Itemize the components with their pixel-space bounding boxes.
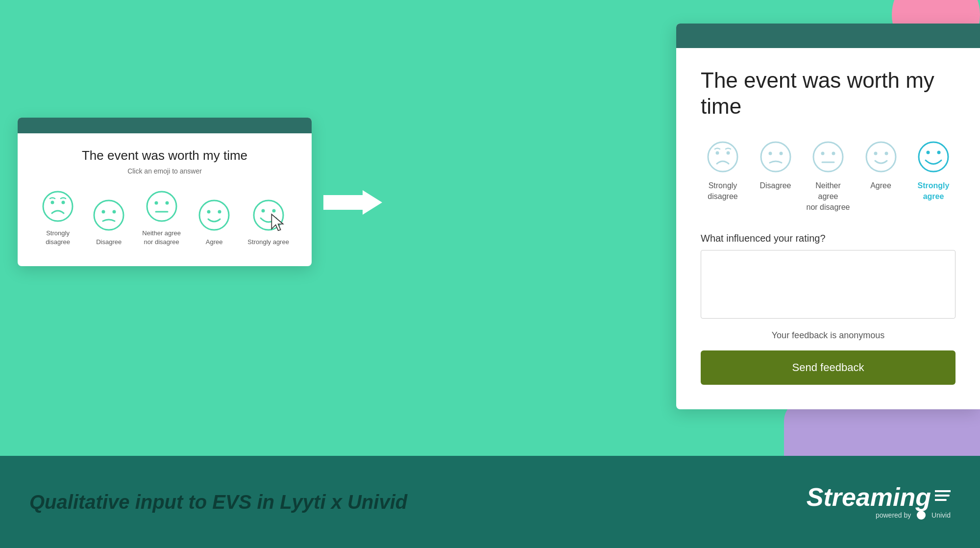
svg-point-7 xyxy=(154,201,158,205)
small-emoji-label-strongly-agree: Strongly agree xyxy=(247,238,289,247)
svg-point-27 xyxy=(874,151,877,155)
svg-point-17 xyxy=(708,142,737,172)
svg-point-5 xyxy=(113,210,116,214)
disagree-face-small xyxy=(91,198,126,233)
univid-logo xyxy=(917,511,926,520)
small-emoji-strongly-agree[interactable]: Strongly agree xyxy=(247,198,289,247)
send-feedback-button[interactable]: Send feedback xyxy=(701,350,956,385)
small-emoji-label-disagree: Disagree xyxy=(96,238,122,247)
powered-by-label: powered by Univid xyxy=(876,511,951,520)
cursor-icon xyxy=(270,212,290,236)
svg-point-31 xyxy=(937,150,941,154)
big-card-body: The event was worth my time Stronglydisa… xyxy=(676,48,980,409)
big-strongly-agree-face xyxy=(916,139,951,174)
svg-point-10 xyxy=(207,210,211,214)
svg-point-13 xyxy=(261,209,265,213)
big-emoji-row: Stronglydisagree Disagree xyxy=(701,139,956,213)
small-emoji-disagree[interactable]: Disagree xyxy=(91,198,126,247)
svg-point-0 xyxy=(43,192,73,221)
svg-point-9 xyxy=(199,200,229,230)
small-emoji-neutral[interactable]: Neither agreenor disagree xyxy=(142,189,181,247)
big-survey-card: The event was worth my time Stronglydisa… xyxy=(676,24,980,409)
big-emoji-disagree[interactable]: Disagree xyxy=(754,139,798,191)
big-emoji-label-strongly-agree: Stronglyagree xyxy=(918,180,950,202)
svg-point-2 xyxy=(62,201,65,204)
small-card-title: The event was worth my time xyxy=(27,148,302,163)
svg-marker-15 xyxy=(272,214,283,230)
arrow-indicator xyxy=(323,181,382,226)
neutral-face-small xyxy=(144,189,179,224)
svg-point-29 xyxy=(919,142,948,172)
big-emoji-agree[interactable]: Agree xyxy=(859,139,903,191)
big-emoji-strongly-agree[interactable]: Stronglyagree xyxy=(911,139,956,202)
small-emoji-label-neutral: Neither agreenor disagree xyxy=(142,229,181,247)
svg-point-19 xyxy=(727,151,730,154)
univid-label: Univid xyxy=(931,511,951,519)
small-card-body: The event was worth my time Click an emo… xyxy=(18,133,312,266)
rating-question-label: What influenced your rating? xyxy=(701,233,956,244)
agree-face-small xyxy=(196,198,232,233)
strongly-disagree-face-small xyxy=(40,189,75,224)
big-disagree-face xyxy=(758,139,793,174)
small-emoji-label-agree: Agree xyxy=(206,238,223,247)
svg-point-11 xyxy=(218,210,221,214)
svg-point-30 xyxy=(927,150,930,154)
bottom-bar: Qualitative input to EVS in Lyyti x Univ… xyxy=(0,456,980,548)
small-emoji-agree[interactable]: Agree xyxy=(196,198,232,247)
svg-point-18 xyxy=(716,151,719,154)
svg-point-24 xyxy=(821,151,825,155)
svg-point-23 xyxy=(813,142,843,172)
big-emoji-label-neutral: Neither agreenor disagree xyxy=(806,180,850,213)
big-emoji-neutral[interactable]: Neither agreenor disagree xyxy=(806,139,850,213)
big-emoji-label-agree: Agree xyxy=(870,180,891,191)
big-emoji-strongly-disagree[interactable]: Stronglydisagree xyxy=(701,139,745,202)
bottom-title: Qualitative input to EVS in Lyyti x Univ… xyxy=(29,491,407,513)
svg-point-20 xyxy=(761,142,790,172)
small-emoji-row: Stronglydisagree Disagree xyxy=(27,189,302,247)
streaming-label: Streaming xyxy=(807,484,931,510)
anonymous-text: Your feedback is anonymous xyxy=(701,330,956,341)
svg-point-4 xyxy=(102,210,105,214)
right-arrow-svg xyxy=(323,188,382,217)
svg-point-22 xyxy=(779,151,783,155)
big-card-title: The event was worth my time xyxy=(701,68,956,120)
svg-point-25 xyxy=(832,151,835,155)
big-emoji-label-strongly-disagree: Stronglydisagree xyxy=(708,180,737,202)
small-card-subtitle: Click an emoji to answer xyxy=(27,167,302,175)
big-strongly-disagree-face xyxy=(705,139,740,174)
svg-point-3 xyxy=(94,200,123,230)
rating-textarea[interactable] xyxy=(701,250,956,319)
big-card-header xyxy=(676,24,980,48)
svg-point-8 xyxy=(165,201,169,205)
svg-point-26 xyxy=(866,142,896,172)
streaming-badge: Streaming powered by Univid xyxy=(807,484,951,520)
svg-point-6 xyxy=(147,192,176,221)
big-agree-face xyxy=(863,139,899,174)
small-survey-card: The event was worth my time Click an emo… xyxy=(18,118,312,266)
svg-point-28 xyxy=(884,151,888,155)
small-emoji-strongly-disagree[interactable]: Stronglydisagree xyxy=(40,189,75,247)
svg-point-1 xyxy=(51,201,54,204)
svg-point-21 xyxy=(768,151,772,155)
small-emoji-label-strongly-disagree: Stronglydisagree xyxy=(46,229,70,247)
big-neutral-face xyxy=(810,139,846,174)
big-emoji-label-disagree: Disagree xyxy=(760,180,791,191)
streaming-lines-icon xyxy=(935,489,951,505)
svg-marker-16 xyxy=(323,190,382,215)
small-card-header xyxy=(18,118,312,133)
